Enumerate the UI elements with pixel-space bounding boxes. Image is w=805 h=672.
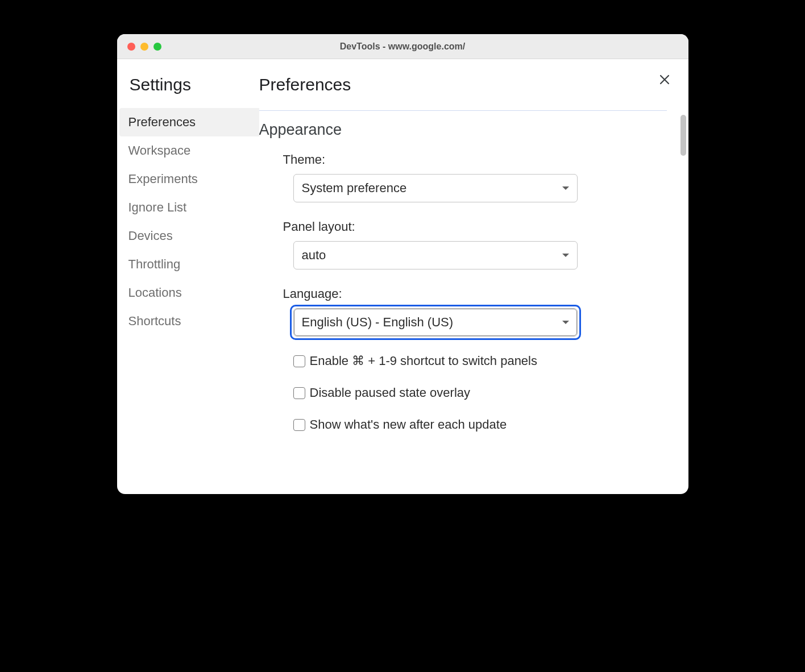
language-label: Language:	[283, 287, 677, 301]
theme-field: Theme: System preference	[283, 152, 677, 202]
checkbox-disable-paused-overlay[interactable]: Disable paused state overlay	[293, 385, 677, 400]
titlebar: DevTools - www.google.com/	[117, 34, 688, 59]
sidebar-item-experiments[interactable]: Experiments	[119, 165, 259, 193]
checkbox-label: Show what's new after each update	[310, 417, 507, 432]
sidebar-item-label: Throttling	[128, 257, 181, 271]
section-title-appearance: Appearance	[259, 121, 677, 139]
checkbox-input[interactable]	[293, 387, 305, 399]
main-panel: Preferences Appearance Theme: System pre…	[259, 59, 688, 494]
checkbox-label: Disable paused state overlay	[310, 385, 471, 400]
sidebar-item-throttling[interactable]: Throttling	[119, 250, 259, 279]
traffic-lights	[117, 43, 161, 51]
sidebar-item-label: Shortcuts	[128, 314, 181, 328]
sidebar-item-label: Experiments	[128, 172, 198, 186]
page-title: Preferences	[259, 75, 677, 94]
sidebar-item-label: Ignore List	[128, 200, 187, 214]
checkbox-input[interactable]	[293, 355, 305, 367]
sidebar: Settings Preferences Workspace Experimen…	[117, 59, 259, 494]
sidebar-title: Settings	[117, 75, 259, 94]
maximize-window-button[interactable]	[153, 43, 161, 51]
select-value: auto	[302, 248, 326, 263]
sidebar-item-label: Workspace	[128, 143, 191, 157]
language-select[interactable]: English (US) - English (US)	[293, 308, 578, 337]
chevron-down-icon	[562, 186, 569, 190]
panel-layout-label: Panel layout:	[283, 219, 677, 234]
sidebar-item-label: Preferences	[128, 115, 196, 129]
sidebar-item-shortcuts[interactable]: Shortcuts	[119, 307, 259, 335]
close-settings-button[interactable]	[657, 73, 673, 89]
select-value: System preference	[302, 181, 407, 196]
close-window-button[interactable]	[127, 43, 135, 51]
select-value: English (US) - English (US)	[302, 315, 454, 330]
panel-layout-select[interactable]: auto	[293, 241, 578, 269]
checkbox-label: Enable ⌘ + 1-9 shortcut to switch panels	[310, 354, 538, 368]
sidebar-item-workspace[interactable]: Workspace	[119, 136, 259, 165]
minimize-window-button[interactable]	[140, 43, 148, 51]
theme-select[interactable]: System preference	[293, 174, 578, 202]
checkbox-enable-shortcut[interactable]: Enable ⌘ + 1-9 shortcut to switch panels	[293, 354, 677, 368]
sidebar-item-ignore-list[interactable]: Ignore List	[119, 193, 259, 222]
theme-label: Theme:	[283, 152, 677, 167]
devtools-window: DevTools - www.google.com/ Settings Pref…	[117, 34, 688, 494]
window-title: DevTools - www.google.com/	[117, 42, 688, 52]
panel-layout-field: Panel layout: auto	[283, 219, 677, 269]
divider	[259, 110, 667, 111]
language-field: Language: English (US) - English (US)	[283, 287, 677, 337]
close-icon	[659, 74, 670, 88]
sidebar-item-label: Locations	[128, 285, 182, 300]
sidebar-item-label: Devices	[128, 229, 173, 243]
sidebar-item-devices[interactable]: Devices	[119, 222, 259, 250]
checkbox-show-whats-new[interactable]: Show what's new after each update	[293, 417, 677, 432]
scrollbar-thumb[interactable]	[680, 115, 686, 156]
sidebar-item-locations[interactable]: Locations	[119, 279, 259, 307]
content-area: Settings Preferences Workspace Experimen…	[117, 59, 688, 494]
checkbox-input[interactable]	[293, 419, 305, 431]
chevron-down-icon	[562, 321, 569, 324]
sidebar-item-preferences[interactable]: Preferences	[119, 108, 259, 136]
chevron-down-icon	[562, 254, 569, 257]
